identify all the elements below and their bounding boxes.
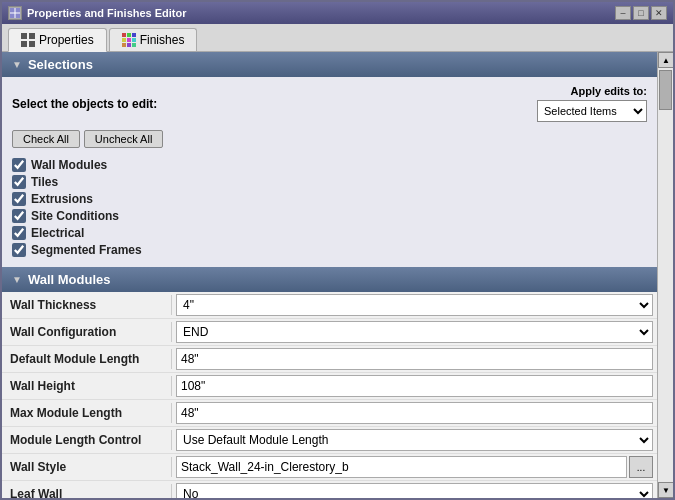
max-module-length-value: 48"	[172, 400, 657, 426]
wall-modules-properties: Wall Thickness 4" Wall Configuration END	[2, 292, 657, 498]
uncheck-all-button[interactable]: Uncheck All	[84, 130, 163, 148]
checkbox-electrical-label: Electrical	[31, 226, 84, 240]
scrollbar-track[interactable]	[658, 68, 673, 482]
module-length-control-value: Use Default Module Length	[172, 427, 657, 453]
default-module-length-value: 48"	[172, 346, 657, 372]
wall-height-label: Wall Height	[2, 376, 172, 396]
checkbox-electrical[interactable]: Electrical	[12, 226, 647, 240]
apply-edits-select[interactable]: Selected Items All Items	[537, 100, 647, 122]
tab-properties[interactable]: Properties	[8, 28, 107, 52]
checkbox-wall-modules-label: Wall Modules	[31, 158, 107, 172]
svg-rect-11	[132, 43, 136, 47]
tab-bar: Properties Finishes	[2, 24, 673, 52]
title-bar-left: Properties and Finishes Editor	[8, 6, 187, 20]
checkbox-site-conditions[interactable]: Site Conditions	[12, 209, 647, 223]
window-icon	[8, 6, 22, 20]
scrollbar-thumb[interactable]	[659, 70, 672, 110]
leaf-wall-label: Leaf Wall	[2, 484, 172, 498]
checkbox-segmented-frames-input[interactable]	[12, 243, 26, 257]
prop-row-wall-height: Wall Height 108"	[2, 373, 657, 400]
prop-row-module-length-control: Module Length Control Use Default Module…	[2, 427, 657, 454]
properties-tab-icon	[21, 33, 35, 47]
svg-rect-4	[127, 33, 131, 37]
title-buttons: – □ ✕	[615, 6, 667, 20]
checkbox-wall-modules[interactable]: Wall Modules	[12, 158, 647, 172]
checkbox-electrical-input[interactable]	[12, 226, 26, 240]
wall-configuration-label: Wall Configuration	[2, 322, 172, 342]
scrollbar-up-button[interactable]: ▲	[658, 52, 673, 68]
prop-row-wall-configuration: Wall Configuration END	[2, 319, 657, 346]
tab-properties-label: Properties	[39, 33, 94, 47]
wall-height-input[interactable]: 108"	[176, 375, 653, 397]
leaf-wall-value: No	[172, 481, 657, 498]
module-length-control-label: Module Length Control	[2, 430, 172, 450]
svg-rect-3	[122, 33, 126, 37]
wall-style-browse-button[interactable]: ...	[629, 456, 653, 478]
finishes-tab-icon	[122, 33, 136, 47]
wall-thickness-select[interactable]: 4"	[176, 294, 653, 316]
wall-thickness-value: 4"	[172, 292, 657, 318]
wall-style-label: Wall Style	[2, 457, 172, 477]
prop-row-wall-thickness: Wall Thickness 4"	[2, 292, 657, 319]
checkbox-segmented-frames-label: Segmented Frames	[31, 243, 142, 257]
scrollbar: ▲ ▼	[657, 52, 673, 498]
svg-rect-7	[127, 38, 131, 42]
apply-edits-section: Apply edits to: Selected Items All Items	[537, 85, 647, 122]
wall-configuration-value: END	[172, 319, 657, 345]
selections-section: Select the objects to edit: Apply edits …	[2, 77, 657, 267]
selection-checkbox-list: Wall Modules Tiles Extrusions Site Condi…	[12, 156, 647, 259]
max-module-length-input[interactable]: 48"	[176, 402, 653, 424]
svg-rect-8	[132, 38, 136, 42]
maximize-button[interactable]: □	[633, 6, 649, 20]
close-button[interactable]: ✕	[651, 6, 667, 20]
checkbox-tiles-label: Tiles	[31, 175, 58, 189]
main-panel: ▼ Selections Select the objects to edit:…	[2, 52, 657, 498]
svg-rect-5	[132, 33, 136, 37]
selections-header-row: Select the objects to edit: Apply edits …	[12, 85, 647, 122]
selections-section-header: ▼ Selections	[2, 52, 657, 77]
checkbox-site-conditions-input[interactable]	[12, 209, 26, 223]
checkbox-extrusions[interactable]: Extrusions	[12, 192, 647, 206]
max-module-length-label: Max Module Length	[2, 403, 172, 423]
tab-finishes[interactable]: Finishes	[109, 28, 198, 51]
prop-row-leaf-wall: Leaf Wall No	[2, 481, 657, 498]
minimize-button[interactable]: –	[615, 6, 631, 20]
check-buttons-row: Check All Uncheck All	[12, 130, 647, 148]
default-module-length-input[interactable]: 48"	[176, 348, 653, 370]
leaf-wall-select[interactable]: No	[176, 483, 653, 498]
module-length-control-select[interactable]: Use Default Module Length	[176, 429, 653, 451]
scrollbar-down-button[interactable]: ▼	[658, 482, 673, 498]
svg-rect-6	[122, 38, 126, 42]
wall-style-with-browse: Stack_Wall_24-in_Clerestory_b ...	[176, 456, 653, 478]
wall-thickness-label: Wall Thickness	[2, 295, 172, 315]
svg-rect-10	[127, 43, 131, 47]
selections-heading: Selections	[28, 57, 93, 72]
wall-configuration-select[interactable]: END	[176, 321, 653, 343]
prop-row-max-module-length: Max Module Length 48"	[2, 400, 657, 427]
wall-modules-heading: Wall Modules	[28, 272, 111, 287]
wall-style-value: Stack_Wall_24-in_Clerestory_b ...	[172, 454, 657, 480]
default-module-length-label: Default Module Length	[2, 349, 172, 369]
window-title: Properties and Finishes Editor	[27, 7, 187, 19]
checkbox-wall-modules-input[interactable]	[12, 158, 26, 172]
checkbox-extrusions-input[interactable]	[12, 192, 26, 206]
wall-modules-section-header: ▼ Wall Modules	[2, 267, 657, 292]
title-bar: Properties and Finishes Editor – □ ✕	[2, 2, 673, 24]
main-window: Properties and Finishes Editor – □ ✕ Pro…	[0, 0, 675, 500]
content-area: ▼ Selections Select the objects to edit:…	[2, 52, 673, 498]
checkbox-tiles[interactable]: Tiles	[12, 175, 647, 189]
checkbox-extrusions-label: Extrusions	[31, 192, 93, 206]
prop-row-wall-style: Wall Style Stack_Wall_24-in_Clerestory_b…	[2, 454, 657, 481]
checkbox-segmented-frames[interactable]: Segmented Frames	[12, 243, 647, 257]
checkbox-tiles-input[interactable]	[12, 175, 26, 189]
wall-modules-collapse-arrow[interactable]: ▼	[12, 274, 22, 285]
wall-height-value: 108"	[172, 373, 657, 399]
tab-finishes-label: Finishes	[140, 33, 185, 47]
selections-collapse-arrow[interactable]: ▼	[12, 59, 22, 70]
check-all-button[interactable]: Check All	[12, 130, 80, 148]
checkbox-site-conditions-label: Site Conditions	[31, 209, 119, 223]
apply-edits-label: Apply edits to:	[571, 85, 647, 97]
svg-rect-9	[122, 43, 126, 47]
wall-style-input[interactable]: Stack_Wall_24-in_Clerestory_b	[176, 456, 627, 478]
prop-row-default-module-length: Default Module Length 48"	[2, 346, 657, 373]
